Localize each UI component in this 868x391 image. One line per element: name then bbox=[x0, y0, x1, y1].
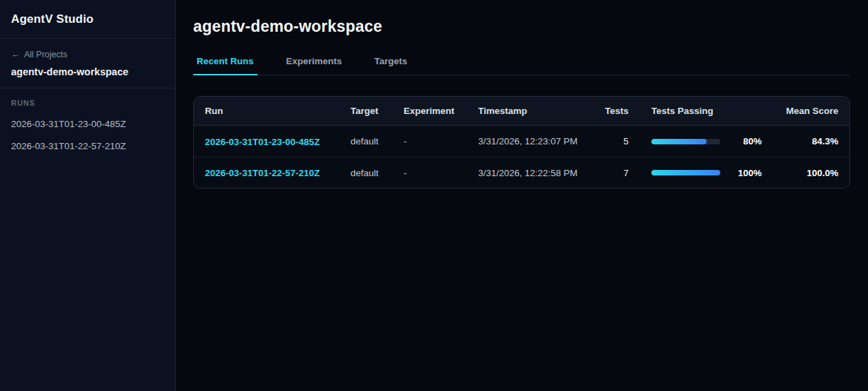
tests-count-cell: 7 bbox=[602, 168, 629, 178]
sidebar-header: AgentV Studio bbox=[0, 0, 175, 39]
sidebar-run-item[interactable]: 2026-03-31T01-22-57-210Z bbox=[11, 141, 164, 151]
progress-bar-track bbox=[651, 170, 720, 175]
table-header-row: Run Target Experiment Timestamp Tests Te… bbox=[194, 97, 849, 126]
tests-passing-percent: 80% bbox=[720, 136, 762, 146]
tests-passing-cell: 100% bbox=[629, 168, 762, 178]
tab-recent-runs[interactable]: Recent Runs bbox=[193, 55, 257, 75]
progress-bar-track bbox=[651, 139, 720, 144]
experiment-cell: - bbox=[404, 168, 478, 178]
column-header-target: Target bbox=[351, 106, 404, 116]
column-header-timestamp: Timestamp bbox=[478, 106, 602, 116]
timestamp-cell: 3/31/2026, 12:23:07 PM bbox=[478, 136, 602, 146]
experiment-cell: - bbox=[404, 136, 478, 146]
table-row: 2026-03-31T01-23-00-485Z default - 3/31/… bbox=[194, 126, 849, 157]
tab-bar: Recent Runs Experiments Targets bbox=[193, 55, 850, 75]
sidebar-runs-section: RUNS 2026-03-31T01-23-00-485Z 2026-03-31… bbox=[0, 88, 175, 162]
sidebar-project-section: ← All Projects agentv-demo-workspace bbox=[0, 39, 175, 88]
column-header-tests: Tests bbox=[602, 106, 629, 116]
target-cell: default bbox=[351, 168, 404, 178]
column-header-mean-score: Mean Score bbox=[762, 106, 838, 116]
column-header-tests-passing: Tests Passing bbox=[629, 106, 762, 116]
sidebar-run-item[interactable]: 2026-03-31T01-23-00-485Z bbox=[11, 119, 164, 129]
tab-experiments[interactable]: Experiments bbox=[283, 55, 346, 75]
back-arrow-icon: ← bbox=[11, 49, 20, 59]
main-content: agentv-demo-workspace Recent Runs Experi… bbox=[176, 0, 868, 391]
runs-table: Run Target Experiment Timestamp Tests Te… bbox=[193, 96, 850, 189]
all-projects-label: All Projects bbox=[24, 50, 68, 59]
progress-bar-fill bbox=[651, 170, 720, 175]
table-row: 2026-03-31T01-22-57-210Z default - 3/31/… bbox=[194, 157, 849, 188]
column-header-run: Run bbox=[205, 106, 351, 116]
tests-passing-percent: 100% bbox=[720, 168, 762, 178]
progress-bar-fill bbox=[651, 139, 707, 144]
run-link[interactable]: 2026-03-31T01-22-57-210Z bbox=[205, 168, 320, 178]
app-title: AgentV Studio bbox=[11, 12, 164, 26]
mean-score-cell: 84.3% bbox=[762, 136, 838, 146]
target-cell: default bbox=[351, 136, 404, 146]
tests-count-cell: 5 bbox=[602, 136, 629, 146]
app-window: AgentV Studio ← All Projects agentv-demo… bbox=[0, 0, 868, 391]
mean-score-cell: 100.0% bbox=[762, 168, 838, 178]
sidebar-workspace-name: agentv-demo-workspace bbox=[11, 66, 164, 77]
tests-passing-cell: 80% bbox=[629, 136, 762, 146]
all-projects-link[interactable]: ← All Projects bbox=[11, 49, 68, 59]
run-link[interactable]: 2026-03-31T01-23-00-485Z bbox=[205, 137, 320, 147]
column-header-experiment: Experiment bbox=[404, 106, 478, 116]
sidebar: AgentV Studio ← All Projects agentv-demo… bbox=[0, 0, 176, 391]
runs-section-label: RUNS bbox=[11, 99, 164, 107]
page-title: agentv-demo-workspace bbox=[193, 17, 850, 36]
tab-targets[interactable]: Targets bbox=[371, 55, 411, 75]
timestamp-cell: 3/31/2026, 12:22:58 PM bbox=[478, 168, 602, 178]
